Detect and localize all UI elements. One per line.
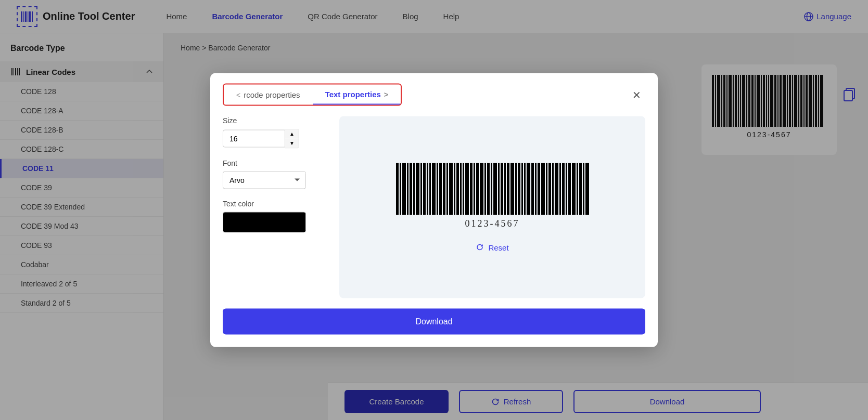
barcode-svg: 0123-4567 (393, 163, 591, 230)
color-swatch[interactable] (223, 212, 306, 233)
svg-rect-66 (429, 163, 431, 215)
svg-rect-89 (507, 163, 509, 215)
svg-rect-110 (579, 163, 582, 215)
svg-rect-106 (566, 163, 567, 215)
svg-rect-97 (535, 163, 537, 215)
svg-rect-93 (521, 163, 523, 215)
svg-rect-88 (504, 163, 506, 215)
svg-rect-95 (527, 163, 530, 215)
svg-rect-85 (493, 163, 497, 215)
svg-rect-63 (420, 163, 422, 215)
svg-rect-103 (555, 163, 558, 215)
svg-rect-107 (568, 163, 571, 215)
font-field-group: Font Arvo Arial Courier Times New Roman … (223, 159, 327, 189)
svg-rect-75 (460, 163, 462, 215)
svg-rect-77 (465, 163, 469, 215)
svg-rect-96 (531, 163, 534, 215)
svg-rect-82 (484, 163, 486, 215)
svg-rect-105 (562, 163, 565, 215)
modal-body: Size ▲ ▼ Font Arvo Arial Courier (210, 106, 658, 309)
svg-rect-69 (439, 163, 442, 215)
svg-text:0123-4567: 0123-4567 (465, 218, 520, 228)
svg-rect-102 (552, 163, 554, 215)
svg-rect-86 (498, 163, 500, 215)
size-field-group: Size ▲ ▼ (223, 116, 327, 149)
font-label: Font (223, 159, 327, 167)
svg-rect-80 (476, 163, 479, 215)
size-label: Size (223, 116, 327, 125)
svg-rect-100 (546, 163, 547, 215)
svg-rect-79 (474, 163, 475, 215)
svg-rect-83 (487, 163, 490, 215)
modal-tab-barcode-properties[interactable]: < rcode properties (224, 85, 313, 104)
modal: < rcode properties Text properties > ✕ S… (210, 73, 658, 347)
tab-right-arrow: > (384, 90, 388, 98)
download-modal-button[interactable]: Download (223, 309, 645, 335)
svg-rect-99 (541, 163, 545, 215)
svg-rect-74 (456, 163, 459, 215)
text-color-field-group: Text color (223, 200, 327, 233)
tab-barcode-label: rcode properties (244, 90, 300, 99)
modal-left-panel: Size ▲ ▼ Font Arvo Arial Courier (223, 116, 327, 298)
svg-rect-81 (480, 163, 483, 215)
svg-rect-73 (454, 163, 455, 215)
svg-rect-56 (396, 163, 399, 215)
svg-rect-111 (583, 163, 584, 215)
svg-rect-61 (413, 163, 415, 215)
svg-rect-76 (463, 163, 464, 215)
modal-footer: Download (210, 309, 658, 347)
reset-button[interactable]: Reset (476, 243, 508, 252)
modal-tab-text-properties[interactable]: Text properties > (313, 85, 401, 105)
modal-close-button[interactable]: ✕ (628, 86, 645, 103)
font-select[interactable]: Arvo Arial Courier Times New Roman Georg… (223, 172, 306, 189)
svg-rect-94 (524, 163, 526, 215)
svg-rect-108 (572, 163, 576, 215)
svg-rect-68 (437, 163, 438, 215)
barcode-image-container: 0123-4567 (393, 163, 591, 230)
tab-text-label: Text properties (325, 90, 381, 99)
text-color-label: Text color (223, 200, 327, 208)
svg-rect-92 (518, 163, 520, 215)
svg-rect-62 (416, 163, 419, 215)
reset-icon (476, 243, 484, 252)
svg-rect-64 (423, 163, 426, 215)
size-input-wrap: ▲ ▼ (223, 129, 327, 149)
svg-rect-70 (443, 163, 445, 215)
size-input[interactable] (223, 130, 285, 148)
svg-rect-67 (432, 163, 436, 215)
modal-header: < rcode properties Text properties > ✕ (210, 73, 658, 106)
svg-rect-57 (400, 163, 401, 215)
svg-rect-87 (501, 163, 503, 215)
reset-label: Reset (488, 243, 508, 252)
svg-rect-90 (510, 163, 514, 215)
svg-rect-60 (410, 163, 412, 215)
svg-rect-72 (449, 163, 453, 215)
svg-rect-109 (577, 163, 578, 215)
size-up-button[interactable]: ▲ (285, 129, 299, 139)
svg-rect-71 (446, 163, 448, 215)
svg-rect-78 (470, 163, 473, 215)
modal-tabs: < rcode properties Text properties > (223, 84, 402, 106)
svg-rect-104 (559, 163, 561, 215)
modal-barcode-preview: 0123-4567 Reset (339, 116, 645, 298)
svg-rect-59 (407, 163, 409, 215)
tab-left-arrow: < (236, 90, 240, 99)
svg-rect-101 (548, 163, 551, 215)
size-down-button[interactable]: ▼ (285, 139, 299, 148)
svg-rect-65 (427, 163, 428, 215)
size-spinners: ▲ ▼ (285, 129, 299, 149)
svg-rect-112 (585, 163, 589, 215)
svg-rect-58 (402, 163, 406, 215)
svg-rect-91 (515, 163, 517, 215)
svg-rect-98 (538, 163, 540, 215)
svg-rect-84 (491, 163, 492, 215)
